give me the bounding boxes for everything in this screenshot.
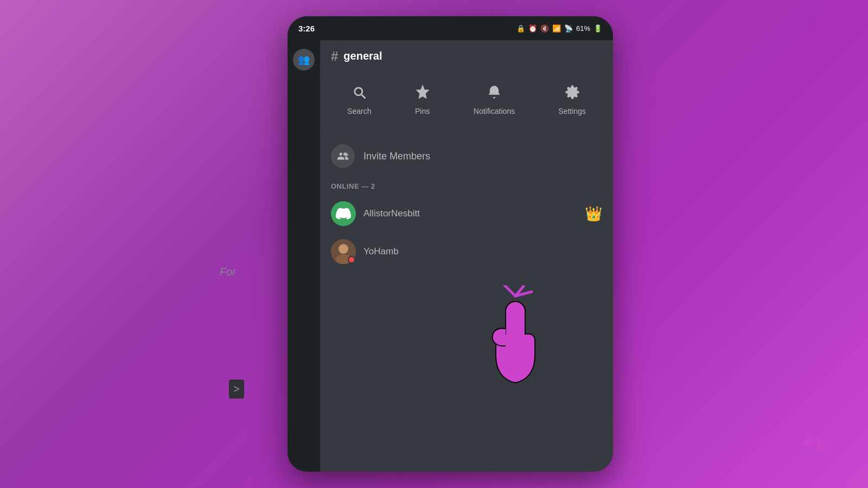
sidebar: 👥	[288, 40, 320, 472]
expand-arrow-button[interactable]: >	[229, 380, 244, 399]
status-time: 3:26	[298, 24, 315, 33]
member-row[interactable]: AllistorNesbitt 👑	[320, 195, 613, 233]
content-area: Invite Members ONLINE — 2 Allistor	[320, 128, 613, 472]
people-icon: 👥	[298, 54, 310, 66]
notifications-toolbar-item[interactable]: Notifications	[466, 80, 522, 120]
invite-icon	[331, 144, 355, 168]
status-bar: 3:26 🔒 ⏰ 🔇 📶 📡 61% 🔋	[288, 16, 613, 40]
invite-members-row[interactable]: Invite Members	[320, 137, 613, 176]
phone-frame: 3:26 🔒 ⏰ 🔇 📶 📡 61% 🔋 👥 # general	[288, 16, 613, 472]
main-panel: # general Search	[320, 40, 613, 472]
channel-header: # general	[320, 40, 613, 73]
notifications-icon	[487, 85, 502, 102]
search-toolbar-item[interactable]: Search	[340, 80, 379, 120]
settings-icon	[565, 85, 580, 102]
pins-toolbar-item[interactable]: Pins	[407, 80, 438, 120]
notifications-label: Notifications	[474, 107, 515, 115]
svg-point-2	[339, 244, 348, 254]
app-body: 👥 # general Search	[288, 40, 613, 472]
mute-icon: 🔇	[540, 24, 549, 33]
wifi-icon: 📶	[552, 24, 561, 33]
status-icons: 🔒 ⏰ 🔇 📶 📡 61% 🔋	[516, 24, 602, 33]
sidebar-avatar[interactable]: 👥	[293, 49, 315, 70]
alarm-icon: ⏰	[528, 24, 537, 33]
k-watermark: ✦K	[800, 433, 830, 455]
toolbar: Search Pins Notifi	[320, 73, 613, 128]
online-section-header: ONLINE — 2	[320, 176, 613, 195]
discord-avatar-icon	[331, 201, 356, 226]
member-avatar-yohamb	[331, 239, 356, 264]
pins-icon	[415, 85, 430, 102]
search-label: Search	[347, 107, 371, 115]
settings-label: Settings	[558, 107, 586, 115]
member-row[interactable]: YoHamb	[320, 233, 613, 271]
settings-toolbar-item[interactable]: Settings	[551, 80, 593, 120]
signal-icon: 📡	[564, 24, 573, 33]
member-name-yohamb: YoHamb	[363, 246, 399, 257]
for-text: For	[220, 266, 236, 278]
pins-label: Pins	[415, 107, 430, 115]
battery-icon: 🔋	[593, 24, 602, 33]
status-dot-red	[348, 256, 355, 264]
channel-hash-icon: #	[331, 49, 338, 64]
channel-name: general	[343, 50, 382, 62]
member-name-allistor: AllistorNesbitt	[363, 208, 420, 219]
battery-text: 61%	[576, 24, 590, 33]
invite-label: Invite Members	[363, 151, 430, 162]
lock-icon: 🔒	[516, 24, 525, 33]
crown-icon: 👑	[585, 206, 602, 222]
search-icon	[352, 85, 367, 102]
member-avatar-allistor	[331, 201, 356, 226]
